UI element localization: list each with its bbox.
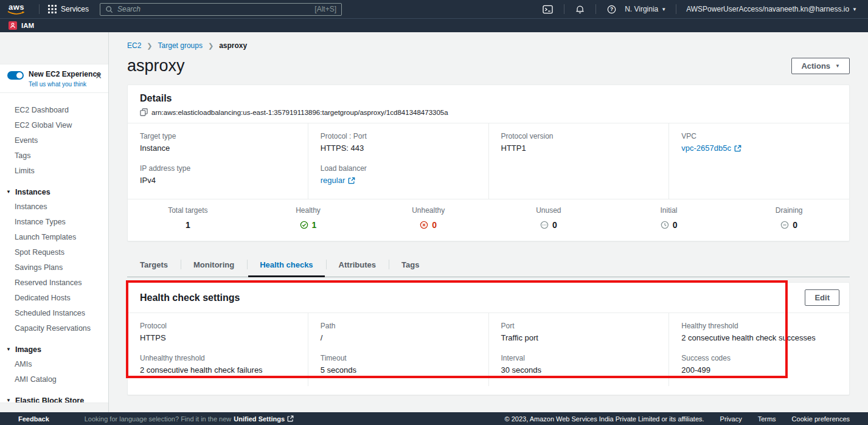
tab-health-checks[interactable]: Health checks <box>247 254 325 277</box>
help-button[interactable]: ? <box>602 5 621 14</box>
field-value: IPv4 <box>140 176 296 185</box>
field-value: 200-499 <box>681 365 837 375</box>
account-label: AWSPowerUserAccess/navaneeth.kn@harness.… <box>686 5 849 13</box>
detail-tabs: Targets Monitoring Health checks Attribu… <box>127 254 850 277</box>
vpc-link[interactable]: vpc-2657db5c <box>681 143 741 153</box>
new-experience-toggle[interactable] <box>7 71 24 80</box>
page-title: asproxy <box>127 57 185 75</box>
field-label: Healthy threshold <box>681 322 837 330</box>
breadcrumb-current: asproxy <box>219 41 247 50</box>
sidebar-item-spot-requests[interactable]: Spot Requests <box>0 245 108 260</box>
details-column: VPC vpc-2657db5c <box>668 123 849 199</box>
details-column: Target typeInstance IP address typeIPv4 <box>128 123 308 199</box>
sidebar-item-reserved-instances[interactable]: Reserved Instances <box>0 275 108 291</box>
field-label: Target type <box>140 132 296 140</box>
stat-value: 0 <box>673 220 678 230</box>
sidebar-item-launch-templates[interactable]: Launch Templates <box>0 230 108 245</box>
cookie-preferences-link[interactable]: Cookie preferences <box>792 415 850 423</box>
terms-link[interactable]: Terms <box>758 415 776 423</box>
breadcrumb-ec2[interactable]: EC2 <box>127 41 141 50</box>
close-icon[interactable]: ✕ <box>95 72 102 80</box>
sidebar-section-images[interactable]: ▼ Images <box>0 342 108 357</box>
cloudshell-button[interactable] <box>538 5 558 14</box>
top-navbar: aws Services [Alt+S] ? <box>0 0 868 18</box>
tab-monitoring[interactable]: Monitoring <box>181 254 247 277</box>
help-icon: ? <box>607 5 616 14</box>
sidebar-spacer <box>0 32 108 64</box>
sidebar-item-instances[interactable]: Instances <box>0 199 108 215</box>
field-value: HTTPS: 443 <box>321 143 476 153</box>
load-balancer-link[interactable]: regular <box>321 176 355 185</box>
sidebar-item-ec2-global-view[interactable]: EC2 Global View <box>0 118 108 133</box>
field-label: Protocol <box>140 322 296 330</box>
sidebar-item-ec2-dashboard[interactable]: EC2 Dashboard <box>0 103 108 118</box>
stat-unused: Unused 0 <box>488 206 609 232</box>
target-health-summary: Total targets 1 Healthy 1 Unhealthy 0 Un… <box>128 199 849 241</box>
field-label: Success codes <box>681 354 837 362</box>
tab-attributes[interactable]: Attributes <box>326 254 389 277</box>
iam-shortcut[interactable]: IAM <box>21 22 34 29</box>
stat-label: Initial <box>609 206 729 215</box>
bell-icon <box>575 5 585 14</box>
section-label: Images <box>15 345 41 354</box>
aws-console-page: aws Services [Alt+S] ? <box>0 0 868 425</box>
field-label: Timeout <box>321 354 476 362</box>
toggle-knob <box>16 72 23 78</box>
stat-label: Unhealthy <box>368 206 488 215</box>
field-label: Load balancer <box>321 164 476 173</box>
privacy-link[interactable]: Privacy <box>720 415 742 423</box>
sidebar-item-limits[interactable]: Limits <box>0 164 108 179</box>
breadcrumb: EC2 ❯ Target groups ❯ asproxy <box>127 41 850 50</box>
feedback-link[interactable]: Feedback <box>18 415 49 423</box>
stat-unhealthy: Unhealthy 0 <box>368 206 488 232</box>
health-check-column: Healthy threshold2 consecutive health ch… <box>668 313 849 386</box>
sidebar-item-capacity-reservations[interactable]: Capacity Reservations <box>0 321 108 336</box>
sidebar-item-scheduled-instances[interactable]: Scheduled Instances <box>0 306 108 321</box>
field-value: Traffic port <box>501 333 657 342</box>
tell-us-link[interactable]: Tell us what you think <box>29 81 101 88</box>
new-experience-title: New EC2 Experience <box>29 70 101 80</box>
sidebar-item-amis[interactable]: AMIs <box>0 357 108 372</box>
notifications-button[interactable] <box>571 5 589 14</box>
global-search[interactable]: [Alt+S] <box>100 3 342 16</box>
region-selector[interactable]: N. Virginia ▼ <box>621 5 670 13</box>
caret-down-icon: ▼ <box>6 189 11 195</box>
services-menu-button[interactable]: Services <box>46 5 91 13</box>
account-menu[interactable]: AWSPowerUserAccess/navaneeth.kn@harness.… <box>682 5 861 13</box>
health-check-settings-title: Health check settings <box>140 292 240 303</box>
caret-down-icon: ▼ <box>6 347 11 352</box>
actions-button[interactable]: Actions ▼ <box>791 58 850 74</box>
edit-button[interactable]: Edit <box>805 289 839 306</box>
external-link-icon <box>287 415 294 422</box>
field-label: Protocol : Port <box>321 132 476 140</box>
sidebar-item-ami-catalog[interactable]: AMI Catalog <box>0 372 108 387</box>
sidebar-item-events[interactable]: Events <box>0 133 108 148</box>
aws-smile-icon <box>7 11 26 15</box>
sidebar-item-tags[interactable]: Tags <box>0 148 108 164</box>
aws-logo-text: aws <box>9 3 24 11</box>
copy-icon[interactable] <box>140 108 148 116</box>
sidebar-section-instances[interactable]: ▼ Instances <box>0 184 108 199</box>
unified-settings-link[interactable]: Unified Settings <box>234 415 285 423</box>
sidebar-item-instance-types[interactable]: Instance Types <box>0 215 108 230</box>
field-value: 30 seconds <box>501 365 657 375</box>
sidebar-item-dedicated-hosts[interactable]: Dedicated Hosts <box>0 291 108 306</box>
search-icon <box>105 5 113 13</box>
tab-targets[interactable]: Targets <box>127 254 181 277</box>
chevron-down-icon: ▼ <box>661 7 666 12</box>
favorites-bar: IAM <box>0 18 868 32</box>
tab-tags[interactable]: Tags <box>389 254 432 277</box>
field-value: / <box>321 333 476 342</box>
divider <box>39 4 40 14</box>
details-column: Protocol : PortHTTPS: 443 Load balancer … <box>308 123 488 199</box>
health-check-column: Path/ Timeout5 seconds <box>308 313 488 386</box>
top-navbar-right: ? N. Virginia ▼ AWSPowerUserAccess/navan… <box>538 4 861 14</box>
search-input[interactable] <box>117 5 310 13</box>
copyright-text: © 2023, Amazon Web Services India Privat… <box>505 415 704 423</box>
link-label: vpc-2657db5c <box>681 143 731 153</box>
sidebar-footer-spacer <box>0 403 108 412</box>
aws-logo[interactable]: aws <box>7 3 26 15</box>
breadcrumb-target-groups[interactable]: Target groups <box>158 41 203 50</box>
details-card: Details arn:aws:elasticloadbalancing:us-… <box>127 85 850 241</box>
sidebar-item-savings-plans[interactable]: Savings Plans <box>0 260 108 275</box>
